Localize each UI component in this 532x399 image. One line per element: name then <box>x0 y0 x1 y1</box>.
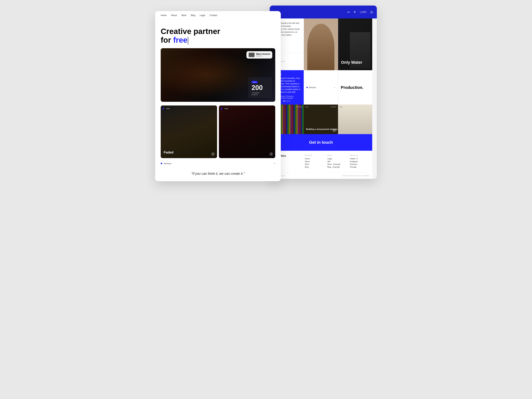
brand-icon-4: ◎ <box>370 10 373 14</box>
blog-arrow-icon-2: ↗ <box>332 129 336 132</box>
work-card-bg-faded <box>161 106 217 158</box>
footer: Studio Veru STUDIO Home About Work Blog … <box>270 151 372 179</box>
footer-link-pinterest[interactable]: Pinterest <box>350 163 369 165</box>
subway-background <box>338 105 372 134</box>
footer-details-col: DETAILS Twitter / X Instagram Pinterest … <box>350 154 369 169</box>
footer-info-col: INFO Legal 404 Work - Example Blog - Exa… <box>327 154 347 169</box>
work-tag-label-2: Work <box>223 107 229 110</box>
footer-details-title: DETAILS <box>350 154 369 156</box>
work-row: Work Faded ↗ Work ↗ <box>161 106 275 158</box>
hero-video: Watch showreel 2019-24 News 200 complete… <box>161 48 275 102</box>
footer-studio-col: STUDIO Home About Work Blog <box>305 154 324 169</box>
dot-3 <box>287 101 288 101</box>
showreel-date: 2019-24 <box>256 55 270 57</box>
hero-section: Creative partner for free <box>155 20 281 48</box>
right-panel-grid: We bring brands to life with bold design… <box>270 19 377 179</box>
services-header-expand[interactable]: + <box>334 86 335 89</box>
work-tag-label: Work <box>165 107 171 110</box>
services-production-text: Production. <box>341 85 370 90</box>
work-card-title-faded: Faded <box>164 151 173 154</box>
navigation: Home About Work Blog Legal Contact <box>155 11 281 20</box>
footer-link-work-example[interactable]: Work - Example <box>327 163 347 165</box>
blog-date-2: 18/04/24 <box>331 106 336 108</box>
nav-legal[interactable]: Legal <box>200 14 205 17</box>
footer-link-home[interactable]: Home <box>305 158 324 160</box>
blog-date-1: 18/09/24 <box>297 106 302 108</box>
footer-link-404[interactable]: 404 <box>327 160 347 163</box>
hero-title-line2: for free <box>161 36 275 44</box>
footer-link-threads[interactable]: Threads <box>350 166 369 168</box>
footer-link-blog[interactable]: Blog <box>305 166 324 168</box>
services-expand-icon[interactable]: + <box>273 162 275 165</box>
brand-icon-1: ∞ <box>347 10 350 14</box>
portrait-figure <box>307 24 334 70</box>
contact-cta: Get in touch <box>309 140 333 145</box>
footer-link-legal[interactable]: Legal <box>327 158 347 160</box>
quote-section: "If you can think it, we can create it." <box>155 169 281 181</box>
services-dot-icon <box>161 163 162 164</box>
footer-link-twitter[interactable]: Twitter / X <box>350 158 369 160</box>
showreel-info: Watch showreel 2019-24 <box>256 53 270 57</box>
nav-work[interactable]: Work <box>181 14 186 17</box>
showreel-thumbnail <box>249 53 254 57</box>
portrait-cell <box>304 19 338 70</box>
work-tag-row: Work <box>163 107 171 110</box>
services-production-cell: Production. <box>338 70 372 105</box>
services-header-dot <box>306 87 308 88</box>
dot-4 <box>289 101 290 101</box>
dot-2 <box>285 101 286 101</box>
work-tag-row-2: Work <box>221 107 229 110</box>
news-tag-label: News <box>252 81 258 83</box>
top-banner: ∞ ✳ LIИD ◎ <box>270 6 377 19</box>
nav-contact[interactable]: Contact <box>210 14 217 17</box>
footer-link-work[interactable]: Work <box>305 163 324 165</box>
brand-icon-3: LIИD <box>360 11 367 13</box>
only-water-title: Only Water <box>341 60 362 65</box>
left-card: Home About Work Blog Legal Contact Creat… <box>155 11 281 181</box>
footer-link-blog-example[interactable]: Blog - Example <box>327 166 347 168</box>
services-label: Services <box>164 162 171 165</box>
showreel-badge[interactable]: Watch showreel 2019-24 <box>247 51 272 58</box>
footer-made-by: MADE BY DESIGN PIXELS IN FRAMER <box>342 175 369 177</box>
only-water-cell: Only Water <box>338 19 372 70</box>
nav-blog[interactable]: Blog <box>191 14 195 17</box>
brand-icon-2: ✳ <box>353 10 356 14</box>
services-row: Services + <box>155 162 281 169</box>
contact-cell[interactable]: Contact Get in touch <box>270 134 372 151</box>
footer-bottom: Studio Veru Studio MADE BY DESIGN PIXELS… <box>273 172 369 177</box>
news-label: completedprojects! <box>252 92 269 95</box>
right-card: ∞ ✳ LIИD ◎ We bring brands to life with … <box>270 6 377 179</box>
showreel-label: Watch showreel <box>256 53 270 55</box>
blog-tag-2: Blog <box>305 106 308 108</box>
work-dot-icon <box>163 108 164 109</box>
nav-about[interactable]: About <box>171 14 177 17</box>
services-header-cell: Services + <box>304 70 338 105</box>
news-count: 200 <box>252 84 269 91</box>
quote-text: "If you can think it, we can create it." <box>161 172 275 176</box>
work-card-bg-abstract <box>219 106 275 158</box>
blog-tag-3: Blog <box>340 106 342 108</box>
work-card-faded[interactable]: Work Faded ↗ <box>161 106 217 158</box>
nav-home[interactable]: Home <box>161 14 167 17</box>
footer-grid: Studio Veru STUDIO Home About Work Blog … <box>273 154 369 169</box>
hero-title-line1: Creative partner <box>161 27 275 36</box>
cursor <box>188 37 188 44</box>
blog-cell-2[interactable]: Blog 18/04/24 Building a strong brand st… <box>304 105 338 134</box>
footer-info-title: INFO <box>327 154 347 156</box>
blog-cell-3[interactable]: Blog <box>338 105 372 134</box>
work-dot-icon-2 <box>221 108 222 109</box>
footer-link-instagram[interactable]: Instagram <box>350 160 369 163</box>
services-header-label: Services <box>309 86 316 89</box>
news-badge: News 200 completedprojects! <box>248 77 272 98</box>
work-card-abstract[interactable]: Work ↗ <box>219 106 275 158</box>
footer-link-about[interactable]: About <box>305 160 324 163</box>
dot-1 <box>283 101 285 101</box>
footer-studio-title: STUDIO <box>305 154 324 156</box>
